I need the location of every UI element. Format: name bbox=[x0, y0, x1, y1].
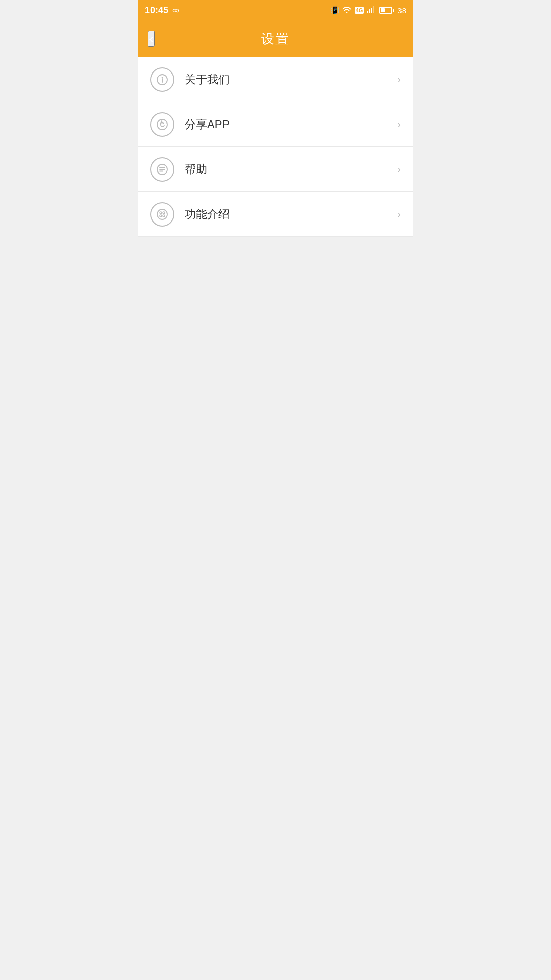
help-label: 帮助 bbox=[185, 162, 397, 177]
svg-point-16 bbox=[163, 215, 165, 217]
battery-icon bbox=[379, 7, 394, 14]
empty-area bbox=[138, 237, 413, 543]
share-icon bbox=[156, 118, 168, 131]
share-chevron: › bbox=[397, 118, 401, 130]
about-icon bbox=[156, 74, 168, 86]
signal-icon bbox=[367, 6, 376, 15]
vibrate-icon: 📳 bbox=[331, 6, 339, 14]
svg-rect-1 bbox=[369, 9, 370, 13]
svg-point-14 bbox=[163, 212, 165, 214]
features-chevron: › bbox=[397, 208, 401, 220]
svg-point-15 bbox=[160, 215, 162, 217]
menu-item-about[interactable]: 关于我们 › bbox=[138, 57, 413, 102]
share-label: 分享APP bbox=[185, 117, 397, 132]
4g-badge: 4G bbox=[355, 7, 364, 14]
battery-level: 38 bbox=[397, 6, 406, 15]
status-right: 📳 4G 38 bbox=[331, 6, 406, 15]
help-chevron: › bbox=[397, 163, 401, 175]
svg-point-6 bbox=[162, 77, 163, 78]
features-icon bbox=[156, 208, 168, 220]
share-icon-wrap bbox=[150, 112, 174, 137]
features-icon-wrap bbox=[150, 202, 174, 227]
about-icon-wrap bbox=[150, 67, 174, 92]
about-chevron: › bbox=[397, 74, 401, 85]
about-label: 关于我们 bbox=[185, 72, 397, 87]
app-header: ‹ 设置 bbox=[138, 20, 413, 57]
wifi-icon bbox=[342, 6, 352, 15]
menu-item-share[interactable]: 分享APP › bbox=[138, 102, 413, 147]
status-left: 10:45 ∞ bbox=[145, 5, 179, 16]
svg-point-7 bbox=[157, 119, 167, 130]
page-title: 设置 bbox=[261, 30, 290, 48]
features-label: 功能介绍 bbox=[185, 207, 397, 222]
help-icon bbox=[156, 163, 168, 176]
svg-rect-0 bbox=[367, 11, 368, 13]
status-bar: 10:45 ∞ 📳 4G bbox=[138, 0, 413, 20]
infinity-icon: ∞ bbox=[172, 5, 179, 16]
help-icon-wrap bbox=[150, 157, 174, 182]
svg-point-12 bbox=[157, 209, 167, 219]
menu-item-features[interactable]: 功能介绍 › bbox=[138, 192, 413, 237]
svg-point-13 bbox=[160, 212, 162, 214]
status-time: 10:45 bbox=[145, 5, 168, 16]
svg-rect-3 bbox=[373, 6, 374, 13]
menu-item-help[interactable]: 帮助 › bbox=[138, 147, 413, 192]
back-button[interactable]: ‹ bbox=[148, 31, 155, 47]
settings-menu: 关于我们 › 分享APP › 帮助 › bbox=[138, 57, 413, 237]
svg-rect-2 bbox=[371, 8, 372, 13]
